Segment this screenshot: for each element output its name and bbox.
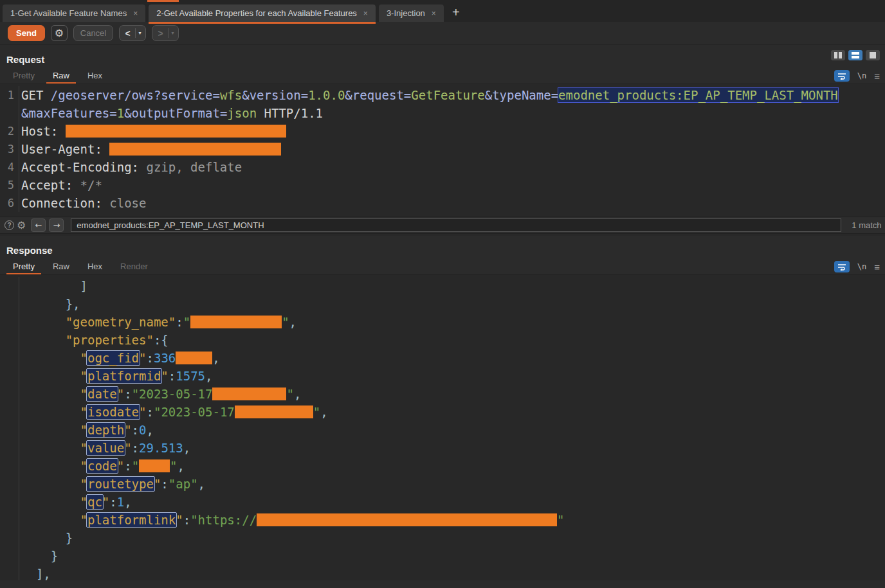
code-line: "platformid":1575, (0, 367, 885, 385)
code-token: GetFeature (411, 88, 484, 102)
back-arrow-icon: < (121, 28, 135, 39)
line-number (0, 367, 19, 385)
view-tab-raw[interactable]: Raw (44, 262, 78, 274)
response-view-tabs: PrettyRawHexRender (0, 260, 885, 274)
history-back-button[interactable]: < ▾ (119, 25, 146, 41)
next-match-button[interactable]: → (49, 218, 64, 232)
code-token: User-Agent: (21, 142, 109, 156)
code-line: }, (0, 295, 885, 313)
response-editor[interactable]: ] }, "geometry_name":"", "properties":{ … (0, 274, 885, 580)
view-tab-pretty[interactable]: Pretty (4, 262, 44, 274)
newline-toggle[interactable]: \n (857, 262, 866, 271)
response-editor-icons: \n ≡ (834, 261, 880, 272)
code-token: "properties" (21, 333, 154, 347)
view-tab-hex[interactable]: Hex (78, 262, 111, 274)
code-text: Host: (19, 122, 286, 140)
code-token: 1 (117, 495, 124, 509)
code-line: 1GET /geoserver/ows?service=wfs&version=… (0, 86, 885, 104)
code-token: : (169, 369, 176, 383)
tab-close-icon[interactable]: × (363, 10, 368, 17)
code-text: "qc":1, (19, 493, 132, 511)
code-text: "depth":0, (19, 421, 154, 439)
code-token: , (147, 423, 154, 437)
request-title: Request (0, 45, 885, 69)
gear-icon: ⚙ (55, 28, 64, 39)
code-text: GET /geoserver/ows?service=wfs&version=1… (19, 86, 838, 104)
menu-icon[interactable]: ≡ (874, 262, 880, 272)
code-text: "value":29.513, (19, 439, 190, 457)
code-line: "value":29.513, (0, 439, 885, 457)
code-token: , (205, 369, 212, 383)
tab-properties[interactable]: 2-Get Available Properties for each Avai… (149, 4, 376, 22)
layout-columns-button[interactable] (831, 50, 845, 60)
code-token: Host: (21, 124, 66, 138)
history-forward-button[interactable]: > ▾ (152, 25, 179, 41)
newline-toggle[interactable]: \n (857, 71, 866, 80)
repeater-tab-bar: 1-Get Available Feature Names×2-Get Avai… (0, 0, 885, 22)
code-token: " (21, 423, 87, 437)
layout-rows-button[interactable] (848, 50, 862, 60)
word-wrap-button[interactable] (834, 261, 850, 272)
search-input[interactable] (71, 218, 841, 232)
menu-icon[interactable]: ≡ (874, 71, 880, 82)
view-tab-pretty[interactable]: Pretty (4, 71, 44, 84)
code-token: " (313, 405, 320, 419)
tab-close-icon[interactable]: × (133, 10, 138, 17)
single-pane-icon (867, 51, 879, 60)
view-tab-render[interactable]: Render (111, 262, 157, 274)
help-icon[interactable]: ? (5, 220, 14, 230)
redaction-bar (212, 388, 286, 400)
previous-match-button[interactable]: ← (31, 218, 46, 232)
tab-close-icon[interactable]: × (432, 10, 436, 17)
code-line: } (0, 547, 885, 565)
code-line: "code":"", (0, 457, 885, 475)
code-text: "date":"2023-05-17", (19, 385, 301, 403)
code-token: " (117, 387, 124, 401)
tab-feature-names[interactable]: 1-Get Available Feature Names× (3, 4, 145, 22)
line-number: 2 (0, 122, 19, 140)
word-wrap-icon (837, 72, 847, 80)
code-text: "isodate":"2023-05-17", (19, 403, 328, 421)
code-token: } (21, 531, 73, 545)
highlighted-key: code (86, 458, 118, 474)
word-wrap-button[interactable] (834, 70, 850, 82)
tab-list: 1-Get Available Feature Names×2-Get Avai… (3, 4, 447, 22)
code-token: 1575 (176, 369, 205, 383)
cancel-button[interactable]: Cancel (73, 25, 113, 41)
response-title: Response (0, 236, 885, 260)
code-token: GET (21, 88, 51, 102)
line-number (0, 403, 19, 421)
code-token: " (21, 441, 87, 455)
code-line: "geometry_name":"", (0, 313, 885, 331)
search-settings-gear-icon[interactable]: ⚙ (17, 219, 26, 231)
view-tab-raw[interactable]: Raw (44, 71, 78, 84)
send-button[interactable]: Send (8, 25, 45, 41)
code-line: 5Accept: */* (0, 176, 885, 194)
chevron-down-icon: ▾ (136, 30, 145, 36)
code-token: " (161, 369, 168, 383)
code-text: Accept: */* (19, 176, 102, 194)
code-token: : (109, 495, 116, 509)
request-panel-header: Request PrettyRawHex \n ≡ (0, 45, 885, 84)
code-token: gzip, deflate (139, 160, 242, 174)
word-wrap-icon (837, 263, 847, 271)
request-editor[interactable]: 1GET /geoserver/ows?service=wfs&version=… (0, 84, 885, 217)
line-number (0, 529, 19, 547)
code-token: " (124, 423, 131, 437)
view-tab-hex[interactable]: Hex (78, 71, 111, 84)
highlighted-key: ogc_fid (86, 350, 140, 366)
code-token: &outputFormat= (124, 106, 227, 120)
code-text: } (19, 547, 58, 565)
layout-single-button[interactable] (866, 50, 880, 60)
code-token: 1.0.0 (308, 88, 345, 102)
add-tab-button[interactable]: + (447, 6, 465, 19)
code-token: , (294, 387, 301, 401)
line-number (0, 457, 19, 475)
code-line: "platformlink":"https://" (0, 511, 885, 529)
tab-injection[interactable]: 3-Injection× (379, 4, 444, 22)
request-settings-button[interactable]: ⚙ (51, 25, 68, 41)
code-line: "routetype":"ap", (0, 475, 885, 493)
code-text: ] (19, 277, 87, 295)
code-token: : (146, 351, 153, 365)
search-match: emodnet_products:EP_AP_TEMP_LAST_MONTH (558, 88, 838, 102)
